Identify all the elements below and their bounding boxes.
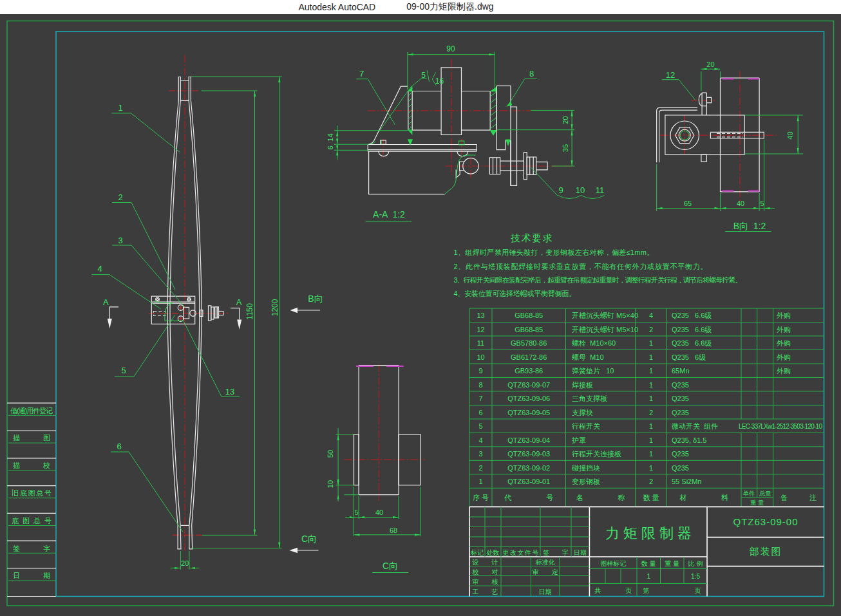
drawing-geometry [415, 534, 421, 536]
bom-cell-material: 微动开关 组件 [672, 422, 718, 430]
side-strip-table: 借(通)用件登记 描 图 描 校 旧底图总号 底 图 总 号 签 字 日 期 [7, 403, 56, 596]
side-strip-label: 签 字 [13, 545, 50, 552]
bom-cell-qty: 1 [649, 353, 653, 361]
bom-cell-seq: 6 [478, 409, 482, 416]
side-strip-label: 描 图 [13, 434, 50, 442]
bom-header-remark: 备 注 [780, 494, 817, 501]
bom-cell-material: 65Mn [672, 367, 690, 375]
bom-cell-code: QTZ63-09-03 [507, 450, 550, 458]
drawing-geometry [7, 403, 56, 596]
drawing-geometry [469, 308, 667, 507]
drawing-geometry [278, 543, 280, 548]
bom-cell-name: 开槽沉头螺钉 M5×40 [572, 312, 638, 319]
drawing-geometry [237, 320, 241, 330]
dim-b-65: 65 [684, 200, 692, 207]
dir-label-c: C向 [301, 534, 317, 544]
bom-cell-name: 开槽沉头螺钉 M5×10 [572, 326, 638, 333]
stamp-weight-label: 重 量 [664, 560, 679, 567]
bom-cell-seq: 10 [477, 353, 484, 361]
drawing-geometry [657, 207, 663, 209]
c-dims-bottom: 5 40 68 [345, 487, 421, 536]
drawing-geometry [489, 53, 495, 55]
bom-cell-seq: 9 [478, 367, 482, 375]
role-audit: 审 核 [473, 578, 498, 585]
drawing-geometry [715, 68, 721, 70]
bom-cell-qty: 1 [649, 464, 653, 472]
bom-cell-qty: 1 [649, 422, 653, 430]
drawing-geometry [665, 115, 744, 154]
dir-label-b: B向 [308, 294, 323, 304]
bom-row: 6 QTZ63-09-05 支撑块 2 Q235 [478, 409, 688, 416]
bom-cell-material: Q235 [672, 450, 689, 458]
drawing-geometry [354, 534, 360, 536]
side-strip-label: 底 图 总 号 [12, 517, 52, 525]
drawing-geometry [379, 151, 468, 156]
drawing-geometry [336, 131, 338, 136]
role-approve: 审 定 [533, 568, 558, 575]
tech-requirements: 技术要求 1、组焊时严禁用锤头敲打，变形钢板左右对称，偏差≤1mm。 2、此件与… [453, 232, 742, 297]
bom-header-weight: 重 量 [750, 499, 764, 506]
bom-cell-code: GB6172-86 [511, 353, 547, 361]
drawing-canvas[interactable]: 借(通)用件登记 描 图 描 校 旧底图总号 底 图 总 号 签 字 日 期 [0, 14, 841, 616]
drawing-geometry [701, 69, 721, 91]
section-letter-left: A [103, 297, 109, 307]
bom-cell-name: 焊接板 [572, 381, 593, 389]
balloon-10: 10 [576, 185, 585, 195]
balloon-4: 4 [97, 264, 102, 274]
aa-dims-left: 14 6 [326, 126, 412, 160]
drawing-geometry [254, 91, 256, 97]
dim-b-20: 20 [706, 61, 714, 68]
bom-cell-material: 55 Si2Mn [672, 478, 701, 485]
dim-35: 35 [562, 144, 569, 152]
drawing-geometry [764, 207, 770, 209]
drawing-geometry [797, 148, 799, 154]
drawing-geometry [797, 115, 799, 121]
drawing-geometry [369, 151, 445, 194]
bom-header-unit: 单件 [742, 490, 755, 497]
dim-20-foot: 20 [181, 559, 189, 567]
bom-row: 13 GB68-85 开槽沉头螺钉 M5×40 4 Q235 6.6级 外购 [477, 312, 791, 319]
bom-cell-code: GB93-86 [515, 367, 543, 375]
bom-cell-name: 行程开关 [572, 422, 600, 430]
role-process: 工 艺 [473, 588, 498, 595]
bom-row: 9 GB93-86 弹簧垫片 10 1 65Mn 外购 [478, 367, 791, 375]
bom-cell-seq: 11 [477, 339, 484, 347]
bom-row: 4 QTZ63-09-04 护罩 1 Q235, δ1.5 [478, 436, 706, 444]
dim-1200: 1200 [270, 299, 279, 316]
drawing-geometry [337, 434, 339, 440]
front-view: A A 1 2 3 4 5 13 6 [92, 55, 323, 570]
bom-cell-seq: 7 [478, 395, 482, 402]
pages-current: 第 页 [643, 587, 701, 594]
app-title: Autodesk AutoCAD [298, 2, 375, 12]
drawing-geometry [408, 53, 413, 55]
bom-cell-seq: 3 [478, 450, 482, 458]
bom-header-total: 总量 [759, 490, 772, 497]
bom-cell-name: 螺栓 M10×60 [572, 339, 616, 347]
drawing-geometry [469, 566, 589, 586]
drawing-geometry [336, 145, 338, 150]
bom-cell-qty: 1 [649, 339, 653, 347]
base-plate-screws [379, 140, 468, 156]
bom-cell-code: GB5780-86 [511, 339, 547, 347]
drawing-geometry [359, 516, 364, 518]
window-titlebar: Autodesk AutoCAD 09-00力矩限制器.dwg [0, 0, 841, 14]
tech-req-item-2: 2、此件与塔顶装配焊接时要求垂直放置，不能有任何外力或放置不平衡力。 [453, 263, 707, 270]
drawing-geometry [701, 68, 707, 70]
bom-cell-material: Q235 [672, 464, 689, 472]
bom-header-material: 材 料 [679, 494, 728, 501]
limit-switch-assembly [151, 296, 223, 324]
drawing-geometry [337, 481, 339, 485]
balloon-12: 12 [666, 70, 675, 80]
caption-aa: A-A 1:2 [373, 209, 405, 219]
part-name: 力矩限制器 [605, 525, 695, 541]
drawing-geometry [112, 245, 185, 308]
drawing-geometry [189, 567, 195, 569]
drawing-geometry [571, 160, 573, 166]
bom-cell-name: 三角支撑板 [572, 395, 607, 402]
stamp-qty-value: 1 [647, 573, 651, 580]
role-labels: 设 计 标准化 校 对 审 定 审 核 工 艺 日期 [472, 559, 558, 595]
view-b: 12 20 40 65 40 5 B向 [657, 61, 803, 232]
bom-cell-seq: 1 [478, 478, 482, 485]
bom-cell-remark: 外购 [777, 353, 791, 361]
drawing-geometry [722, 79, 759, 191]
